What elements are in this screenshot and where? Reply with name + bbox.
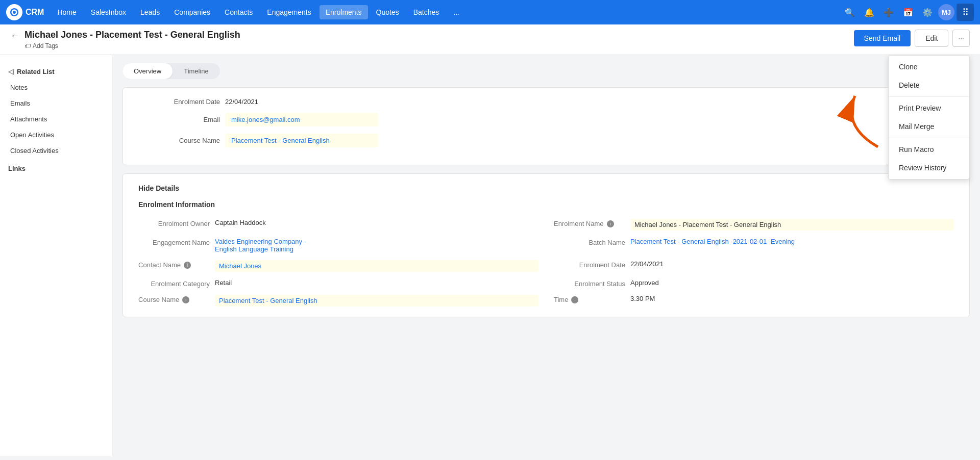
nav-salesinbox[interactable]: SalesInbox <box>85 5 132 19</box>
related-list-label: Related List <box>17 68 55 75</box>
sidebar-item-notes[interactable]: Notes <box>0 80 112 95</box>
batch-name-value[interactable]: Placement Test - General English -2021-0… <box>630 238 954 245</box>
batch-name-label: Batch Name <box>554 238 625 246</box>
hide-details-button[interactable]: Hide Details <box>138 184 954 192</box>
overview-email-row: Email mike.jones@gmail.com <box>138 113 954 126</box>
contact-name-info-icon: i <box>184 262 191 269</box>
back-button[interactable]: ← <box>10 31 19 41</box>
enrolment-status-label: Enrolment Status <box>554 279 625 288</box>
nav-more[interactable]: ... <box>447 5 465 19</box>
dropdown-section-3: Run Macro Review History <box>889 138 969 179</box>
related-list-header: ◁ Related List <box>0 63 112 80</box>
time-row: Time i 3.30 PM <box>554 295 954 306</box>
engagement-name-label: Engagement Name <box>138 238 210 246</box>
enrolment-name-info-icon: i <box>607 220 614 227</box>
enrolment-status-value: Approved <box>630 279 954 287</box>
settings-icon[interactable]: ⚙️ <box>919 4 936 21</box>
enrolment-name-label: Enrolment Name i <box>554 219 625 227</box>
enrolment-owner-row: Enrolment Owner Captain Haddock <box>138 219 538 231</box>
calendar-icon[interactable]: 📅 <box>899 4 917 21</box>
review-history-option[interactable]: Review History <box>889 159 969 177</box>
pin-icon: ◁ <box>8 67 14 75</box>
subheader-left: ← Michael Jones - Placement Test - Gener… <box>10 30 240 49</box>
enrolment-owner-label: Enrolment Owner <box>138 219 210 227</box>
engagement-name-row: Engagement Name Valdes Engineering Compa… <box>138 238 538 253</box>
nav-engagements[interactable]: Engagements <box>261 5 317 19</box>
sidebar-item-emails[interactable]: Emails <box>0 95 112 111</box>
contact-name-value[interactable]: Michael Jones <box>215 260 538 272</box>
plus-icon[interactable]: ➕ <box>880 4 897 21</box>
links-section-header: Links <box>0 159 112 174</box>
crm-logo[interactable]: CRM <box>6 4 44 20</box>
dropdown-menu: Clone Delete Print Preview Mail Merge Ru… <box>888 55 970 180</box>
contact-name-row: Contact Name i Michael Jones <box>138 260 538 272</box>
crm-logo-text: CRM <box>26 8 44 17</box>
overview-enrolment-date-label: Enrolment Date <box>138 98 220 106</box>
more-options-button[interactable]: ··· <box>952 30 970 47</box>
clone-option[interactable]: Clone <box>889 58 969 76</box>
nav-leads[interactable]: Leads <box>134 5 166 19</box>
subheader-actions: Send Email Edit ··· <box>854 30 970 47</box>
tag-icon: 🏷 <box>24 42 31 49</box>
tab-overview[interactable]: Overview <box>122 63 173 79</box>
nav-home[interactable]: Home <box>51 5 82 19</box>
enrolment-name-row: Enrolment Name i Michael Jones - Placeme… <box>554 219 954 231</box>
enrolment-status-row: Enrolment Status Approved <box>554 279 954 288</box>
time-info-icon: i <box>571 296 578 303</box>
overview-enrolment-date-value: 22/04/2021 <box>225 98 258 106</box>
overview-enrolment-date-row: Enrolment Date 22/04/2021 <box>138 98 954 106</box>
nav-quotes[interactable]: Quotes <box>370 5 405 19</box>
overview-card: Enrolment Date 22/04/2021 Email mike.jon… <box>122 87 970 165</box>
enrolment-name-value: Michael Jones - Placement Test - General… <box>630 219 954 231</box>
add-tags[interactable]: 🏷 Add Tags <box>24 42 240 49</box>
title-block: Michael Jones - Placement Test - General… <box>24 30 240 49</box>
sidebar-item-open-activities[interactable]: Open Activities <box>0 127 112 143</box>
tab-timeline[interactable]: Timeline <box>173 63 220 79</box>
dropdown-section-1: Clone Delete <box>889 56 969 97</box>
enrolment-category-row: Enrolment Category Retail <box>138 279 538 288</box>
edit-button[interactable]: Edit <box>915 30 948 47</box>
enrolment-date-detail-value: 22/04/2021 <box>630 260 954 268</box>
contact-name-label: Contact Name i <box>138 260 210 269</box>
main-layout: ◁ Related List Notes Emails Attachments … <box>0 55 980 456</box>
sidebar-item-closed-activities[interactable]: Closed Activities <box>0 143 112 159</box>
page-title: Michael Jones - Placement Test - General… <box>24 30 240 40</box>
topnav-icon-group: 🔍 🔔 ➕ 📅 ⚙️ MJ ⠿ <box>841 4 974 21</box>
print-preview-option[interactable]: Print Preview <box>889 99 969 117</box>
course-name-detail-label: Course Name i <box>138 295 210 303</box>
enrolment-category-value: Retail <box>215 279 538 287</box>
overview-course-name-row: Course Name Placement Test - General Eng… <box>138 134 954 147</box>
nav-contacts[interactable]: Contacts <box>218 5 259 19</box>
enrolment-date-detail-row: Enrolment Date 22/04/2021 <box>554 260 954 272</box>
top-navigation: CRM Home SalesInbox Leads Companies Cont… <box>0 0 980 24</box>
overview-email-value[interactable]: mike.jones@gmail.com <box>225 113 378 126</box>
nav-enrolments[interactable]: Enrolments <box>320 5 368 19</box>
time-label: Time i <box>554 295 625 303</box>
delete-option[interactable]: Delete <box>889 76 969 94</box>
details-card: Hide Details Enrolment Information Enrol… <box>122 173 970 317</box>
grid-icon[interactable]: ⠿ <box>957 4 974 21</box>
mail-merge-option[interactable]: Mail Merge <box>889 117 969 136</box>
content-area: Overview Timeline Enrolment Date 22/04/2… <box>112 55 980 456</box>
course-name-detail-row: Course Name i Placement Test - General E… <box>138 295 538 306</box>
sidebar-item-attachments[interactable]: Attachments <box>0 111 112 127</box>
overview-email-label: Email <box>138 116 220 123</box>
overview-course-name-label: Course Name <box>138 137 220 144</box>
engagement-name-value[interactable]: Valdes Engineering Company -English Lang… <box>215 238 538 253</box>
course-name-detail-value[interactable]: Placement Test - General English <box>215 295 538 306</box>
subheader: ← Michael Jones - Placement Test - Gener… <box>0 24 980 55</box>
add-tags-label: Add Tags <box>33 42 58 49</box>
bell-icon[interactable]: 🔔 <box>861 4 878 21</box>
logo-icon <box>6 4 22 20</box>
run-macro-option[interactable]: Run Macro <box>889 140 969 159</box>
course-name-info-icon: i <box>182 296 189 303</box>
enrolment-info-title: Enrolment Information <box>138 200 954 211</box>
enrolment-date-detail-label: Enrolment Date <box>554 260 625 269</box>
send-email-button[interactable]: Send Email <box>854 30 911 46</box>
avatar[interactable]: MJ <box>938 4 954 20</box>
nav-companies[interactable]: Companies <box>168 5 216 19</box>
search-icon[interactable]: 🔍 <box>841 4 859 21</box>
nav-batches[interactable]: Batches <box>407 5 446 19</box>
overview-course-name-value[interactable]: Placement Test - General English <box>225 134 378 147</box>
details-grid: Enrolment Owner Captain Haddock Enrolmen… <box>138 219 954 306</box>
